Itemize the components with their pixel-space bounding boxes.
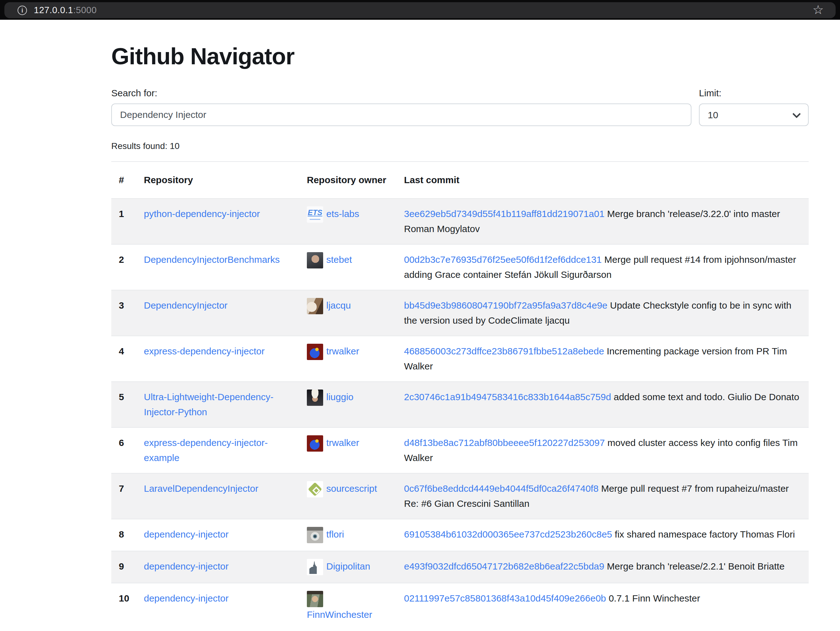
search-input[interactable] xyxy=(111,103,692,126)
commit-hash-link[interactable]: 2c30746c1a91b4947583416c833b1644a85c759d xyxy=(404,392,611,402)
owner-link[interactable]: stebet xyxy=(326,255,352,265)
url-text[interactable]: 127.0.0.1:5000 xyxy=(34,5,97,15)
commit-hash-link[interactable]: 02111997e57c85801368f43a10d45f409e266e0b xyxy=(404,593,606,603)
table-row: 2 DependencyInjectorBenchmarks stebet 00… xyxy=(111,244,808,290)
owner-link[interactable]: liuggio xyxy=(326,392,354,402)
repository-link[interactable]: LaravelDependencyInjector xyxy=(144,483,258,493)
url-host: 127.0.0.1 xyxy=(34,5,73,15)
row-number: 4 xyxy=(111,336,136,382)
owner-link[interactable]: tflori xyxy=(326,529,344,539)
owner-avatar xyxy=(307,559,323,575)
owner-avatar xyxy=(307,527,323,543)
repository-link[interactable]: express-dependency-injector xyxy=(144,346,265,356)
address-bar[interactable]: i 127.0.0.1:5000 ☆ xyxy=(5,2,835,18)
repository-cell: LaravelDependencyInjector xyxy=(136,473,299,519)
table-row: 9 dependency-injector Digipolitan e493f9… xyxy=(111,551,808,583)
row-number: 7 xyxy=(111,473,136,519)
owner-cell: tflori xyxy=(299,519,396,551)
repository-cell: DependencyInjector xyxy=(136,290,299,336)
table-row: 10 dependency-injector FinnWinchester 02… xyxy=(111,583,808,630)
repository-link[interactable]: DependencyInjector xyxy=(144,300,227,310)
repository-cell: dependency-injector xyxy=(136,583,299,630)
repository-link[interactable]: express-dependency-injector-example xyxy=(144,438,268,463)
last-commit-cell: bb45d9e3b98608047190bf72a95fa9a37d8c4e9e… xyxy=(396,290,808,336)
repository-cell: dependency-injector xyxy=(136,551,299,583)
repository-cell: python-dependency-injector xyxy=(136,199,299,244)
repository-link[interactable]: dependency-injector xyxy=(144,593,229,603)
repository-link[interactable]: DependencyInjectorBenchmarks xyxy=(144,255,280,265)
owner-avatar xyxy=(307,298,323,314)
owner-cell: stebet xyxy=(299,244,396,290)
commit-hash-link[interactable]: e493f9032dfcd65047172b682e8b6eaf22c5bda9 xyxy=(404,561,604,571)
row-number: 3 xyxy=(111,290,136,336)
commit-hash-link[interactable]: 468856003c273dffce23b86791fbbe512a8ebede xyxy=(404,346,604,356)
owner-link[interactable]: Digipolitan xyxy=(326,561,370,571)
commit-message: Merge branch 'release/2.2.1' Benoit Bria… xyxy=(607,561,785,571)
commit-hash-link[interactable]: bb45d9e3b98608047190bf72a95fa9a37d8c4e9e xyxy=(404,300,608,310)
search-form: Search for: Limit: 10 xyxy=(111,88,808,126)
commit-message: added some text and todo. Giulio De Dona… xyxy=(614,392,799,402)
owner-avatar: ETS xyxy=(307,206,323,223)
repository-link[interactable]: dependency-injector xyxy=(144,561,229,571)
commit-hash-link[interactable]: 00d2b3c7e76935d76f25ee50f6d1f2ef6ddce131 xyxy=(404,255,602,265)
row-number: 1 xyxy=(111,199,136,244)
repository-cell: express-dependency-injector xyxy=(136,336,299,382)
owner-cell: FinnWinchester xyxy=(299,583,396,630)
last-commit-cell: 468856003c273dffce23b86791fbbe512a8ebede… xyxy=(396,336,808,382)
last-commit-cell: e493f9032dfcd65047172b682e8b6eaf22c5bda9… xyxy=(396,551,808,583)
table-row: 3 DependencyInjector ljacqu bb45d9e3b986… xyxy=(111,290,808,336)
limit-label: Limit: xyxy=(699,88,808,98)
owner-link[interactable]: sourcescript xyxy=(326,483,377,493)
table-row: 6 express-dependency-injector-example tr… xyxy=(111,427,808,473)
last-commit-cell: 0c67f6be8eddcd4449eb4044f5df0ca26f4740f8… xyxy=(396,473,808,519)
repository-link[interactable]: dependency-injector xyxy=(144,529,229,539)
owner-avatar xyxy=(307,344,323,360)
last-commit-cell: 3ee629eb5d7349d55f41b119aff81dd219071a01… xyxy=(396,199,808,244)
results-table: # Repository Repository owner Last commi… xyxy=(111,161,808,630)
owner-cell: ljacqu xyxy=(299,290,396,336)
owner-avatar xyxy=(307,389,323,406)
row-number: 10 xyxy=(111,583,136,630)
owner-link[interactable]: FinnWinchester xyxy=(307,609,372,620)
column-header-repository: Repository xyxy=(136,161,299,199)
commit-hash-link[interactable]: 69105384b61032d000365ee737cd2523b260c8e5 xyxy=(404,529,612,539)
table-row: 1 python-dependency-injector ETSets-labs… xyxy=(111,199,808,244)
column-header-owner: Repository owner xyxy=(299,161,396,199)
table-row: 4 express-dependency-injector trwalker 4… xyxy=(111,336,808,382)
table-header-row: # Repository Repository owner Last commi… xyxy=(111,161,808,199)
commit-hash-link[interactable]: 3ee629eb5d7349d55f41b119aff81dd219071a01 xyxy=(404,209,605,219)
last-commit-cell: 02111997e57c85801368f43a10d45f409e266e0b… xyxy=(396,583,808,630)
page-content: Github Navigator Search for: Limit: 10 R… xyxy=(0,20,840,630)
browser-bar: i 127.0.0.1:5000 ☆ xyxy=(0,0,840,20)
site-info-icon[interactable]: i xyxy=(17,6,27,15)
commit-hash-link[interactable]: d48f13be8ac712abf80bbeeee5f120227d253097 xyxy=(404,438,605,448)
commit-hash-link[interactable]: 0c67f6be8eddcd4449eb4044f5df0ca26f4740f8 xyxy=(404,483,598,493)
owner-link[interactable]: trwalker xyxy=(326,346,359,356)
row-number: 2 xyxy=(111,244,136,290)
page-title: Github Navigator xyxy=(111,43,808,70)
row-number: 8 xyxy=(111,519,136,551)
last-commit-cell: 69105384b61032d000365ee737cd2523b260c8e5… xyxy=(396,519,808,551)
owner-link[interactable]: ets-labs xyxy=(326,209,359,219)
owner-cell: Digipolitan xyxy=(299,551,396,583)
bookmark-star-icon[interactable]: ☆ xyxy=(812,3,824,16)
results-table-body: 1 python-dependency-injector ETSets-labs… xyxy=(111,199,808,630)
search-group: Search for: xyxy=(111,88,692,126)
url-port: :5000 xyxy=(73,5,96,15)
search-label: Search for: xyxy=(111,88,692,98)
owner-cell: sourcescript xyxy=(299,473,396,519)
owner-cell: trwalker xyxy=(299,336,396,382)
owner-link[interactable]: trwalker xyxy=(326,438,359,448)
limit-select[interactable]: 10 xyxy=(699,103,808,126)
table-row: 7 LaravelDependencyInjector sourcescript… xyxy=(111,473,808,519)
last-commit-cell: 00d2b3c7e76935d76f25ee50f6d1f2ef6ddce131… xyxy=(396,244,808,290)
last-commit-cell: 2c30746c1a91b4947583416c833b1644a85c759d… xyxy=(396,382,808,427)
table-row: 8 dependency-injector tflori 69105384b61… xyxy=(111,519,808,551)
owner-cell: ETSets-labs xyxy=(299,199,396,244)
commit-message: fix shared namespace factory Thomas Flor… xyxy=(615,529,795,539)
repository-link[interactable]: Ultra-Lightweight-Dependency-Injector-Py… xyxy=(144,392,274,417)
owner-avatar xyxy=(307,252,323,269)
column-header-num: # xyxy=(111,161,136,199)
repository-link[interactable]: python-dependency-injector xyxy=(144,209,260,219)
owner-link[interactable]: ljacqu xyxy=(326,300,351,310)
